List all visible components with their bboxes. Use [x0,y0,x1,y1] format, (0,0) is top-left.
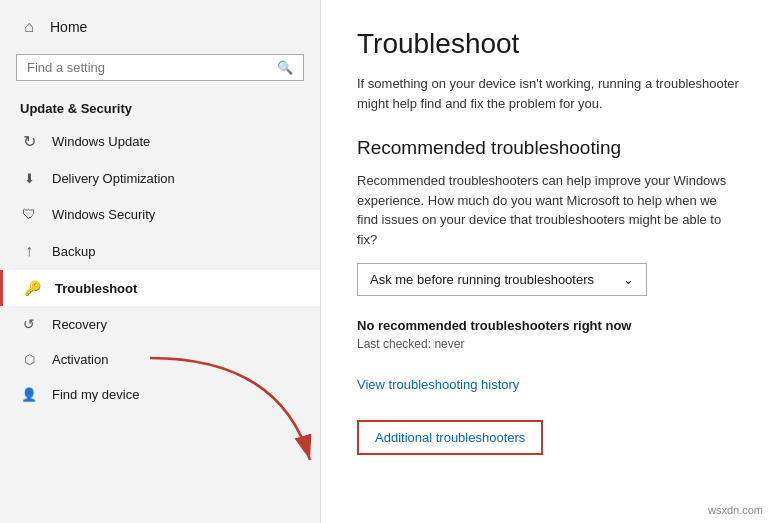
chevron-down-icon: ⌄ [623,272,634,287]
section-label: Update & Security [0,93,320,122]
activation-icon: ⬡ [20,352,38,367]
home-label: Home [50,19,87,35]
main-content: Troubleshoot If something on your device… [320,0,775,523]
recommended-title: Recommended troubleshooting [357,137,739,159]
dropdown-value: Ask me before running troubleshooters [370,272,594,287]
troubleshoot-icon: 🔑 [23,280,41,296]
sidebar-item-windows-update[interactable]: ↻ Windows Update [0,122,320,161]
last-checked-text: Last checked: never [357,337,739,351]
sidebar-item-backup[interactable]: ↑ Backup [0,232,320,270]
sidebar-item-label: Activation [52,352,108,367]
sidebar-item-label: Troubleshoot [55,281,137,296]
sidebar: ⌂ Home 🔍 Update & Security ↻ Windows Upd… [0,0,320,523]
sidebar-item-recovery[interactable]: ↺ Recovery [0,306,320,342]
recovery-icon: ↺ [20,316,38,332]
view-history-link[interactable]: View troubleshooting history [357,377,519,392]
windows-security-icon: 🛡 [20,206,38,222]
recommended-description: Recommended troubleshooters can help imp… [357,171,739,249]
watermark: wsxdn.com [704,503,767,517]
page-title: Troubleshoot [357,28,739,60]
home-icon: ⌂ [20,18,38,36]
search-icon: 🔍 [277,60,293,75]
sidebar-item-label: Windows Update [52,134,150,149]
sidebar-item-windows-security[interactable]: 🛡 Windows Security [0,196,320,232]
app-container: ⌂ Home 🔍 Update & Security ↻ Windows Upd… [0,0,775,523]
no-troubleshooters-text: No recommended troubleshooters right now [357,318,739,333]
sidebar-item-troubleshoot[interactable]: 🔑 Troubleshoot [0,270,320,306]
sidebar-item-label: Backup [52,244,95,259]
additional-troubleshooters-button[interactable]: Additional troubleshooters [357,420,543,455]
troubleshooter-dropdown[interactable]: Ask me before running troubleshooters ⌄ [357,263,647,296]
sidebar-item-label: Windows Security [52,207,155,222]
backup-icon: ↑ [20,242,38,260]
sidebar-item-label: Delivery Optimization [52,171,175,186]
sidebar-item-home[interactable]: ⌂ Home [0,8,320,46]
delivery-optimization-icon: ⬇ [20,171,38,186]
sidebar-item-activation[interactable]: ⬡ Activation [0,342,320,377]
search-box[interactable]: 🔍 [16,54,304,81]
sidebar-item-find-my-device[interactable]: 👤 Find my device [0,377,320,412]
page-description: If something on your device isn't workin… [357,74,739,113]
sidebar-item-label: Find my device [52,387,139,402]
sidebar-item-label: Recovery [52,317,107,332]
windows-update-icon: ↻ [20,132,38,151]
sidebar-item-delivery-optimization[interactable]: ⬇ Delivery Optimization [0,161,320,196]
search-input[interactable] [27,60,271,75]
find-my-device-icon: 👤 [20,387,38,402]
